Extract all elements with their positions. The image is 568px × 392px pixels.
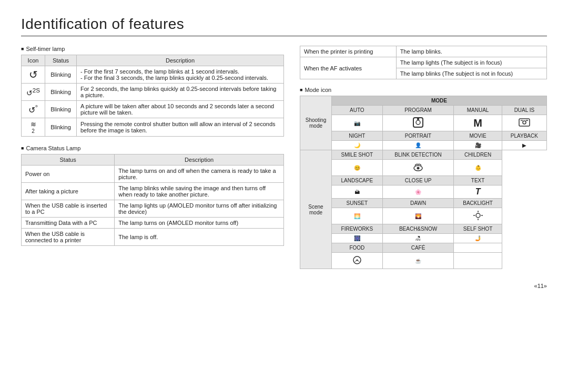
scene-mode-label: Scene mode <box>300 150 332 269</box>
icon-dawn: 🌄 <box>382 208 454 224</box>
mode-program: PROGRAM <box>382 106 454 115</box>
scene-empty <box>454 243 502 253</box>
icon-smile-shot: 😊 <box>332 160 383 176</box>
table-row: ↺° Blinking A picture will be taken afte… <box>22 101 284 118</box>
col-desc-h: Description <box>115 154 284 166</box>
scene-cafe: CAFÉ <box>382 243 454 253</box>
mode-night: NIGHT <box>332 131 383 141</box>
scene-dawn: DAWN <box>382 199 454 208</box>
cam-status-5: When the USB cable is connected to a pri… <box>22 229 115 246</box>
icon-self-shot: 🤳 <box>454 234 502 243</box>
page-number: «11» <box>534 283 547 289</box>
icon-landscape: 🏔 <box>332 185 383 199</box>
timer-icon-2: ↺2S <box>22 84 45 101</box>
timer-status-3: Blinking <box>45 101 77 118</box>
cam-status-3: When the USB cable is inserted to a PC <box>22 200 115 218</box>
scene-close-up: CLOSE UP <box>382 176 454 185</box>
svg-rect-3 <box>519 119 530 126</box>
camera-status-section-label: Camera Status Lamp <box>21 145 284 151</box>
icon-sunset: 🌅 <box>332 208 383 224</box>
timer-icon-4: ≋ 2 <box>22 118 45 137</box>
scene-empty-2 <box>454 253 502 269</box>
printer-cond-2: When the AF activates <box>300 57 397 79</box>
icon-movie: 🎥 <box>454 141 502 150</box>
scene-fireworks: FIREWORKS <box>332 224 383 234</box>
icon-night: 🌙 <box>332 141 383 150</box>
svg-point-4 <box>523 121 526 124</box>
svg-point-7 <box>476 213 480 218</box>
icon-cafe: ☕ <box>382 253 454 269</box>
mode-portrait: PORTRAIT <box>382 131 454 141</box>
page-title: Identification of features <box>21 16 547 36</box>
svg-point-6 <box>417 167 420 170</box>
cam-desc-4: The lamp turns on (AMOLED monitor turns … <box>115 218 284 229</box>
icon-fireworks: 🎆 <box>332 234 383 243</box>
mode-header: MODE <box>332 96 547 106</box>
table-row: ↺2S Blinking For 2 seconds, the lamp bli… <box>22 84 284 101</box>
mode-playback: PLAYBACK <box>502 131 546 141</box>
cam-desc-5: The lamp is off. <box>115 229 284 246</box>
timer-status-4: Blinking <box>45 118 77 137</box>
icon-program <box>382 115 454 131</box>
table-row: ≋ 2 Blinking Pressing the remote control… <box>22 118 284 137</box>
timer-desc-1: - For the first 7 seconds, the lamp blin… <box>77 66 284 84</box>
scene-children: CHILDREN <box>454 150 502 160</box>
cam-status-2: After taking a picture <box>22 183 115 200</box>
timer-icon-3: ↺° <box>22 101 45 118</box>
col-status: Status <box>45 55 77 66</box>
camera-status-table: Status Description Power on The lamp tur… <box>21 154 284 246</box>
table-row: Transmitting Data with a PC The lamp tur… <box>22 218 284 229</box>
self-timer-table: Icon Status Description ↺ Blinking - For… <box>21 55 284 137</box>
table-row: When the USB cable is connected to a pri… <box>22 229 284 246</box>
icon-manual: M <box>454 115 502 131</box>
icon-backlight <box>454 208 502 224</box>
scene-smile-shot: SMILE SHOT <box>332 150 383 160</box>
col-description: Description <box>77 55 284 66</box>
mode-icon-table: Shooting mode MODE AUTO PROGRAM MANUAL D… <box>300 96 547 269</box>
svg-point-1 <box>416 120 420 125</box>
mode-dual-is: DUAL IS <box>502 106 546 115</box>
printer-result-2a: The lamp lights (The subject is in focus… <box>396 57 546 68</box>
table-row: Power on The lamp turns on and off when … <box>22 166 284 183</box>
table-row: After taking a picture The lamp blinks w… <box>22 183 284 200</box>
scene-self-shot: SELF SHOT <box>454 224 502 234</box>
scene-sunset: SUNSET <box>332 199 383 208</box>
timer-desc-4: Pressing the remote control shutter butt… <box>77 118 284 137</box>
shooting-mode-label: Shooting mode <box>300 96 332 150</box>
cam-status-4: Transmitting Data with a PC <box>22 218 115 229</box>
svg-rect-2 <box>417 118 419 120</box>
mode-auto: AUTO <box>332 106 383 115</box>
self-timer-section-label: Self-timer lamp <box>21 46 284 52</box>
table-row: ↺ Blinking - For the first 7 seconds, th… <box>22 66 284 84</box>
cam-desc-2: The lamp blinks while saving the image a… <box>115 183 284 200</box>
page-footer: «11» <box>21 283 547 289</box>
table-row: When the printer is printing The lamp bl… <box>300 46 547 57</box>
col-status-h: Status <box>22 154 115 166</box>
printer-result-1: The lamp blinks. <box>396 46 546 57</box>
printer-lamp-table: When the printer is printing The lamp bl… <box>300 46 547 79</box>
cam-desc-3: The lamp lights up (AMOLED monitor turns… <box>115 200 284 218</box>
cam-status-1: Power on <box>22 166 115 183</box>
timer-icon-1: ↺ <box>22 66 45 84</box>
timer-desc-3: A picture will be taken after about 10 s… <box>77 101 284 118</box>
icon-blink-detection <box>382 160 454 176</box>
icon-food <box>332 253 383 269</box>
icon-beach-snow: 🏖 <box>382 234 454 243</box>
table-row: When the USB cable is inserted to a PC T… <box>22 200 284 218</box>
scene-food: FOOD <box>332 243 383 253</box>
col-icon: Icon <box>22 55 45 66</box>
mode-manual: MANUAL <box>454 106 502 115</box>
timer-status-1: Blinking <box>45 66 77 84</box>
icon-auto: 📷 <box>332 115 383 131</box>
mode-movie: MOVIE <box>454 131 502 141</box>
cam-desc-1: The lamp turns on and off when the camer… <box>115 166 284 183</box>
printer-cond-1: When the printer is printing <box>300 46 397 57</box>
icon-portrait: 👤 <box>382 141 454 150</box>
timer-status-2: Blinking <box>45 84 77 101</box>
mode-icon-section-label: Mode icon <box>300 87 547 93</box>
scene-beach-snow: BEACH&SNOW <box>382 224 454 234</box>
scene-landscape: LANDSCAPE <box>332 176 383 185</box>
svg-point-13 <box>356 260 358 261</box>
timer-desc-2: For 2 seconds, the lamp blinks quickly a… <box>77 84 284 101</box>
table-row: When the AF activates The lamp lights (T… <box>300 57 547 68</box>
